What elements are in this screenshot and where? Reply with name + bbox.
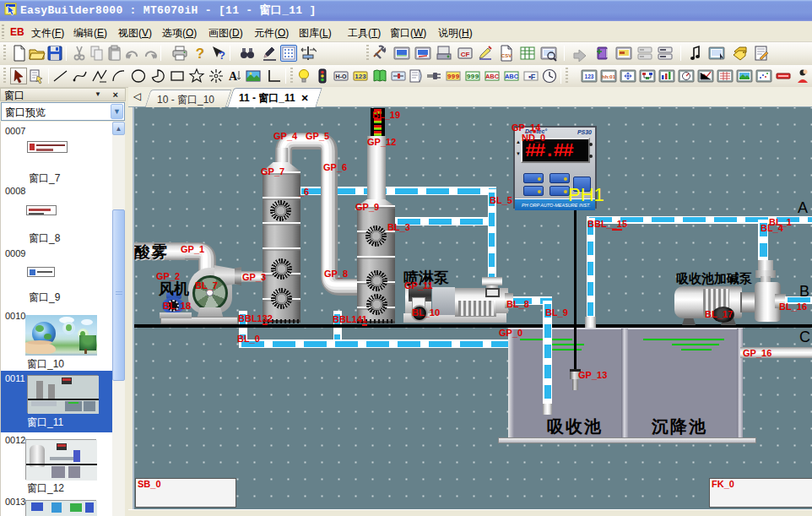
svg-text:H-O: H-O [336,73,347,79]
svg-text:123: 123 [585,73,594,79]
svg-text:123: 123 [355,73,366,80]
svg-text:▪F: ▪F [528,73,536,81]
svg-text:hh:01: hh:01 [602,74,616,79]
svg-text:CF: CF [461,51,470,58]
svg-text:ABC: ABC [505,73,519,80]
svg-text:999: 999 [467,73,479,80]
svg-text:CSV: CSV [501,53,512,58]
svg-text:?: ? [219,49,225,62]
svg-text:A: A [229,70,238,83]
svg-text:ABC: ABC [485,73,500,80]
svg-text:999: 999 [447,73,460,80]
svg-text:?: ? [196,46,204,62]
